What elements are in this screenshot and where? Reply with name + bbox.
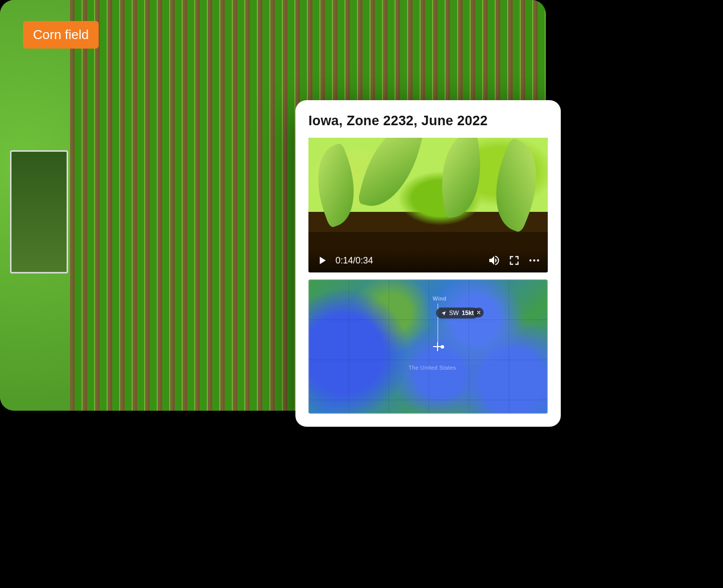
zone-card: Iowa, Zone 2232, June 2022 0:14/0:34 bbox=[295, 100, 561, 427]
svg-point-1 bbox=[533, 259, 535, 261]
wind-title: Wind bbox=[433, 296, 446, 302]
video-controls: 0:14/0:34 bbox=[308, 248, 548, 272]
card-title: Iowa, Zone 2232, June 2022 bbox=[308, 113, 548, 129]
wind-map[interactable]: Wind SW 15kt The United States bbox=[308, 279, 548, 414]
wind-reading-pill: SW 15kt bbox=[436, 308, 479, 319]
wind-arrow-icon bbox=[441, 311, 446, 316]
video-timecode: 0:14/0:34 bbox=[335, 255, 373, 266]
trailer-shape bbox=[10, 150, 68, 273]
crosshair-icon[interactable] bbox=[435, 344, 441, 350]
wind-direction: SW bbox=[449, 310, 459, 317]
fullscreen-icon[interactable] bbox=[508, 254, 521, 267]
more-icon[interactable] bbox=[528, 254, 541, 267]
video-player[interactable]: 0:14/0:34 bbox=[308, 138, 548, 272]
wind-speed: 15kt bbox=[462, 310, 474, 317]
svg-point-2 bbox=[537, 259, 539, 261]
location-dot bbox=[441, 345, 444, 349]
map-grid bbox=[308, 279, 548, 414]
svg-point-0 bbox=[529, 259, 531, 261]
play-icon[interactable] bbox=[315, 254, 328, 267]
stage: Corn field Iowa, Zone 2232, June 2022 0:… bbox=[0, 0, 723, 588]
close-icon[interactable] bbox=[474, 308, 484, 318]
classification-chip: Corn field bbox=[23, 21, 99, 49]
volume-icon[interactable] bbox=[488, 254, 501, 267]
country-label: The United States bbox=[409, 365, 456, 371]
